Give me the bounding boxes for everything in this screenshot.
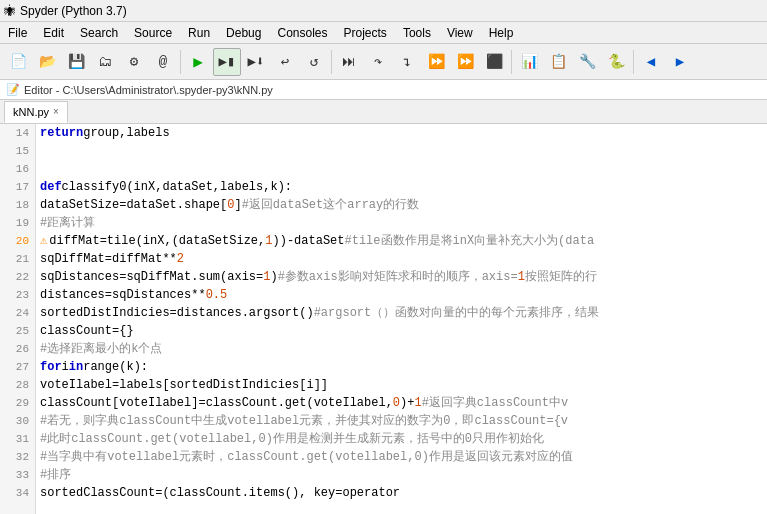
line-number-20: 20 bbox=[6, 232, 29, 250]
code-line-27: for i in range(k): bbox=[40, 358, 767, 376]
code-line-30: #若无，则字典classCount中生成votellabel元素，并使其对应的数… bbox=[40, 412, 767, 430]
line-number-33: 33 bbox=[6, 466, 29, 484]
toolbar-separator-1 bbox=[180, 50, 181, 74]
code-container: 1415161718192021222324252627282930313233… bbox=[0, 124, 767, 514]
tab-filename: kNN.py bbox=[13, 106, 49, 118]
toolbar-separator-2 bbox=[331, 50, 332, 74]
line-number-30: 30 bbox=[6, 412, 29, 430]
code-line-33: #排序 bbox=[40, 466, 767, 484]
forward-button[interactable]: ▶ bbox=[666, 48, 694, 76]
code-lines[interactable]: return group,labels def classify0(inX,da… bbox=[36, 124, 767, 514]
menu-item-source[interactable]: Source bbox=[126, 22, 180, 43]
toolbar-separator-3 bbox=[511, 50, 512, 74]
preferences-button[interactable]: ⚙ bbox=[120, 48, 148, 76]
stop-button[interactable]: ⬛ bbox=[480, 48, 508, 76]
line-number-24: 24 bbox=[6, 304, 29, 322]
title-bar: 🕷 Spyder (Python 3.7) bbox=[0, 0, 767, 22]
code-line-16 bbox=[40, 160, 767, 178]
code-line-25: classCount={} bbox=[40, 322, 767, 340]
line-number-27: 27 bbox=[6, 358, 29, 376]
line-number-25: 25 bbox=[6, 322, 29, 340]
toolbar-separator-4 bbox=[633, 50, 634, 74]
line-number-16: 16 bbox=[6, 160, 29, 178]
step-button[interactable]: ↷ bbox=[364, 48, 392, 76]
menu-item-tools[interactable]: Tools bbox=[395, 22, 439, 43]
editor-path-bar: 📝 Editor - C:\Users\Administrator\.spyde… bbox=[0, 80, 767, 100]
re-run-button[interactable]: ↺ bbox=[300, 48, 328, 76]
run-cell-button[interactable]: ▶▮ bbox=[213, 48, 241, 76]
editor-path-icon: 📝 bbox=[6, 83, 20, 96]
code-line-32: #当字典中有votellabel元素时，classCount.get(votel… bbox=[40, 448, 767, 466]
menu-item-debug[interactable]: Debug bbox=[218, 22, 269, 43]
line-number-21: 21 bbox=[6, 250, 29, 268]
email-button[interactable]: @ bbox=[149, 48, 177, 76]
title-text: Spyder (Python 3.7) bbox=[20, 4, 127, 18]
step-into-button[interactable]: ↴ bbox=[393, 48, 421, 76]
debug-button[interactable]: ⏭ bbox=[335, 48, 363, 76]
save-file-button[interactable]: 💾 bbox=[62, 48, 90, 76]
line-number-26: 26 bbox=[6, 340, 29, 358]
line-number-31: 31 bbox=[6, 430, 29, 448]
coverage-button[interactable]: 📋 bbox=[544, 48, 572, 76]
code-line-23: distances=sqDistances**0.5 bbox=[40, 286, 767, 304]
tab-bar: kNN.py × bbox=[0, 100, 767, 124]
editor-path-text: Editor - C:\Users\Administrator\.spyder-… bbox=[24, 84, 273, 96]
code-line-18: dataSetSize=dataSet.shape[0] #返回dataSet这… bbox=[40, 196, 767, 214]
continue-button[interactable]: ⏩ bbox=[451, 48, 479, 76]
code-editor[interactable]: 1415161718192021222324252627282930313233… bbox=[0, 124, 767, 514]
code-line-14: return group,labels bbox=[40, 124, 767, 142]
line-number-32: 32 bbox=[6, 448, 29, 466]
settings-button[interactable]: 🔧 bbox=[573, 48, 601, 76]
run-button[interactable]: ▶ bbox=[184, 48, 212, 76]
open-file-button[interactable]: 📂 bbox=[33, 48, 61, 76]
menu-item-edit[interactable]: Edit bbox=[35, 22, 72, 43]
menu-item-projects[interactable]: Projects bbox=[336, 22, 395, 43]
step-over-button[interactable]: ⏩ bbox=[422, 48, 450, 76]
code-line-21: sqDiffMat=diffMat**2 bbox=[40, 250, 767, 268]
back-button[interactable]: ◀ bbox=[637, 48, 665, 76]
menu-item-run[interactable]: Run bbox=[180, 22, 218, 43]
line-number-15: 15 bbox=[6, 142, 29, 160]
run-selection-button[interactable]: ↩ bbox=[271, 48, 299, 76]
run-cell-advance-button[interactable]: ▶⬇ bbox=[242, 48, 270, 76]
menu-item-search[interactable]: Search bbox=[72, 22, 126, 43]
code-line-15 bbox=[40, 142, 767, 160]
code-line-19: #距离计算 bbox=[40, 214, 767, 232]
line-number-17: 17 bbox=[6, 178, 29, 196]
profiler-button[interactable]: 📊 bbox=[515, 48, 543, 76]
line-number-19: 19 bbox=[6, 214, 29, 232]
python-button[interactable]: 🐍 bbox=[602, 48, 630, 76]
code-line-34: sortedClassCount=(classCount.items(), ke… bbox=[40, 484, 767, 502]
code-line-28: voteIlabel=labels[sortedDistIndicies[i]] bbox=[40, 376, 767, 394]
line-number-29: 29 bbox=[6, 394, 29, 412]
code-line-29: classCount[voteIlabel]=classCount.get(vo… bbox=[40, 394, 767, 412]
line-number-23: 23 bbox=[6, 286, 29, 304]
menu-bar: FileEditSearchSourceRunDebugConsolesProj… bbox=[0, 22, 767, 44]
app-icon: 🕷 bbox=[4, 4, 16, 18]
save-all-button[interactable]: 🗂 bbox=[91, 48, 119, 76]
code-line-24: sortedDistIndicies=distances.argsort()#a… bbox=[40, 304, 767, 322]
line-number-18: 18 bbox=[6, 196, 29, 214]
code-line-20: ⚠ diffMat=tile(inX,(dataSetSize,1))-data… bbox=[40, 232, 767, 250]
line-number-28: 28 bbox=[6, 376, 29, 394]
menu-item-file[interactable]: File bbox=[0, 22, 35, 43]
line-number-34: 34 bbox=[6, 484, 29, 502]
line-number-14: 14 bbox=[6, 124, 29, 142]
toolbar: 📄 📂 💾 🗂 ⚙ @ ▶ ▶▮ ▶⬇ ↩ ↺ ⏭ ↷ ↴ ⏩ ⏩ ⬛ 📊 📋 … bbox=[0, 44, 767, 80]
warning-icon-20: ⚠ bbox=[40, 232, 47, 250]
new-file-button[interactable]: 📄 bbox=[4, 48, 32, 76]
file-tab[interactable]: kNN.py × bbox=[4, 101, 68, 123]
code-line-31: #此时classCount.get(votellabel,0)作用是检测并生成新… bbox=[40, 430, 767, 448]
tab-close-button[interactable]: × bbox=[53, 106, 59, 117]
menu-item-help[interactable]: Help bbox=[481, 22, 522, 43]
code-line-17: def classify0(inX,dataSet,labels,k): bbox=[40, 178, 767, 196]
line-numbers: 1415161718192021222324252627282930313233… bbox=[0, 124, 36, 514]
menu-item-view[interactable]: View bbox=[439, 22, 481, 43]
code-line-22: sqDistances=sqDiffMat.sum(axis=1)#参数axis… bbox=[40, 268, 767, 286]
menu-item-consoles[interactable]: Consoles bbox=[269, 22, 335, 43]
code-line-26: #选择距离最小的k个点 bbox=[40, 340, 767, 358]
line-number-22: 22 bbox=[6, 268, 29, 286]
